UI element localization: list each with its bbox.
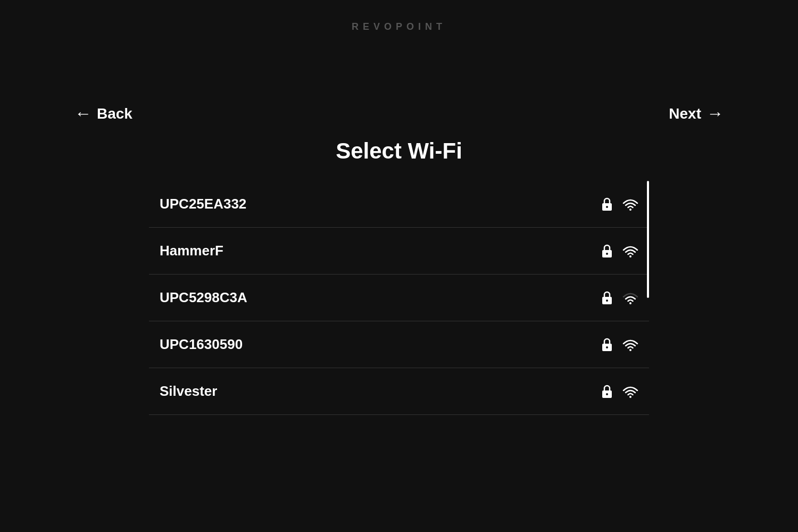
wifi-signal-icon [622,292,638,304]
wifi-signal-icon [622,338,638,351]
wifi-list: UPC25EA332 HammerF UPC5298C3A UPC1630590… [149,181,649,415]
wifi-icons-group [601,291,638,305]
wifi-list-item[interactable]: UPC1630590 [149,321,649,368]
wifi-signal-icon [622,385,638,398]
scrollbar[interactable] [646,181,649,426]
wifi-icons-group [601,338,638,352]
lock-icon [601,385,613,398]
lock-icon [601,197,613,211]
svg-point-5 [629,255,631,257]
wifi-network-name: HammerF [160,243,223,259]
wifi-network-name: UPC1630590 [160,336,243,353]
page-title: Select Wi-Fi [336,138,462,164]
wifi-signal-icon [622,198,638,211]
back-button[interactable]: ← Back [74,104,132,123]
svg-point-14 [629,396,631,398]
wifi-signal-icon [622,245,638,257]
scrollbar-thumb[interactable] [647,181,649,298]
wifi-network-name: UPC5298C3A [160,289,247,306]
wifi-list-item[interactable]: HammerF [149,228,649,275]
wifi-list-container: UPC25EA332 HammerF UPC5298C3A UPC1630590… [149,181,649,426]
svg-point-4 [606,253,608,255]
wifi-icons-group [601,197,638,211]
next-label: Next [669,105,701,122]
next-arrow-icon: → [706,104,724,123]
svg-point-13 [606,393,608,395]
wifi-list-item[interactable]: Silvester [149,368,649,415]
brand-logo: REVOPOINT [352,21,446,32]
lock-icon [601,244,613,258]
svg-point-7 [606,300,608,302]
next-button[interactable]: Next → [669,104,724,123]
svg-point-2 [629,209,631,211]
lock-icon [601,291,613,305]
svg-point-11 [629,349,631,351]
wifi-network-name: Silvester [160,383,217,400]
lock-icon [601,338,613,352]
svg-point-10 [606,346,608,348]
back-label: Back [97,105,132,122]
svg-point-1 [606,206,608,208]
wifi-list-item[interactable]: UPC5298C3A [149,275,649,321]
wifi-list-item[interactable]: UPC25EA332 [149,181,649,228]
wifi-icons-group [601,385,638,398]
wifi-network-name: UPC25EA332 [160,196,246,212]
svg-point-8 [629,302,631,304]
back-arrow-icon: ← [74,104,92,123]
wifi-icons-group [601,244,638,258]
